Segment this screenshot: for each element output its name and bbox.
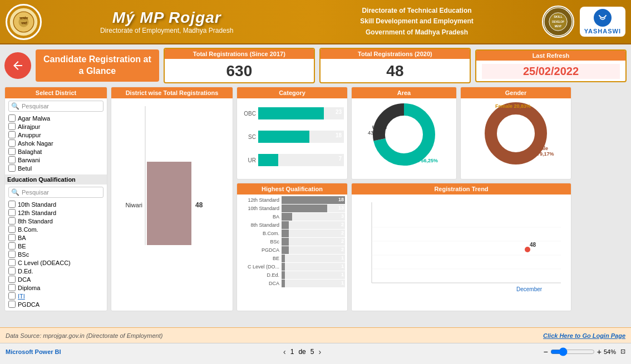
category-header: Category: [237, 87, 347, 98]
select-district-header: Select District: [5, 87, 107, 98]
district-search-icon: 🔍: [11, 102, 19, 110]
list-item[interactable]: 8th Standard: [8, 217, 103, 225]
next-page-button[interactable]: ›: [318, 347, 321, 356]
svg-text:Niwari: Niwari: [125, 202, 142, 208]
qual-header: Highest Qualification: [237, 183, 347, 195]
category-panel: Category OBC 23 SC: [236, 87, 348, 179]
zoom-out-button[interactable]: −: [544, 347, 548, 356]
trend-body: 48 December: [352, 195, 571, 303]
right-logos: SKILL DEVELOP MENT YASHASWI: [542, 6, 625, 38]
edu-search-icon: 🔍: [11, 188, 19, 196]
edu-search-box[interactable]: 🔍 Pesquisar: [8, 187, 103, 198]
stats-row: Candidate Registration at a Glance Total…: [4, 48, 627, 83]
total-since2017-label: Total Registrations (Since 2017): [165, 49, 314, 59]
list-item[interactable]: 10th Standard: [8, 200, 103, 208]
list-item[interactable]: PGDCA: [8, 300, 103, 308]
area-donut-chart: Urban 43,75% Rural 56,25%: [357, 100, 451, 169]
qual-bar-row: C Level (DO... 1: [239, 263, 345, 271]
fit-screen-button[interactable]: ⊡: [620, 348, 625, 355]
list-item[interactable]: Alirajpur: [8, 122, 103, 131]
page-title: Candidate Registration at a Glance: [36, 49, 159, 82]
list-item[interactable]: BE: [8, 242, 103, 250]
page-nav: ‹ 1 de 5 ›: [283, 347, 321, 356]
last-refresh-label: Last Refresh: [476, 51, 625, 61]
list-item[interactable]: C Level (DOEACC): [8, 258, 103, 267]
list-item[interactable]: Diploma: [8, 283, 103, 292]
qual-bar-row: PGDCA 2: [239, 246, 345, 254]
edu-list: 10th Standard 12th Standard 8th Standard…: [8, 200, 103, 308]
select-district-body: 🔍 Pesquisar Agar Malwa Alirajpur Anuppur…: [5, 98, 107, 311]
svg-text:DEVELOP: DEVELOP: [552, 21, 564, 23]
district-search-placeholder: Pesquisar: [22, 103, 49, 109]
powerbi-link[interactable]: Microsoft Power BI: [6, 348, 61, 355]
svg-rect-12: [147, 162, 191, 245]
trend-header: Registration Trend: [352, 183, 571, 195]
list-item[interactable]: Ashok Nagar: [8, 139, 103, 147]
total-since2017-value: 630: [170, 62, 308, 80]
zoom-slider[interactable]: [550, 347, 595, 356]
gender-header: Gender: [461, 87, 571, 98]
total-2020-value: 48: [326, 62, 464, 80]
list-item[interactable]: Agar Malwa: [8, 114, 103, 122]
back-button[interactable]: [4, 52, 31, 79]
district-list: Agar Malwa Alirajpur Anuppur Ashok Nagar…: [8, 114, 103, 172]
trend-chart: 48 December: [355, 197, 566, 300]
left-logo: सत्यमेव जयते: [6, 4, 42, 40]
footer-source: Data Source: mprojgar.gov.in (Directorat…: [6, 332, 162, 339]
category-bar-obc: OBC 23: [240, 107, 344, 119]
powerbi-bar: Microsoft Power BI ‹ 1 de 5 › − + 54% ⊡: [0, 343, 631, 360]
list-item[interactable]: Anuppur: [8, 131, 103, 139]
page-label: de: [298, 348, 305, 356]
zoom-in-button[interactable]: +: [597, 347, 602, 356]
edu-search-placeholder: Pesquisar: [22, 189, 49, 196]
svg-text:MENT: MENT: [554, 25, 561, 28]
list-item[interactable]: 12th Standard: [8, 208, 103, 217]
list-item[interactable]: Balaghat: [8, 147, 103, 156]
list-item[interactable]: BA: [8, 233, 103, 242]
zoom-level: 54%: [604, 348, 616, 355]
gender-body: Female 20,83% Male 79,17%: [461, 98, 571, 171]
qual-bar-row: D.Ed. 1: [239, 271, 345, 279]
last-refresh-box: Last Refresh 25/02/2022: [475, 49, 627, 82]
svg-text:48: 48: [530, 242, 536, 248]
list-item[interactable]: DCA: [8, 275, 103, 283]
district-bar-chart: Niwari 48: [115, 101, 226, 267]
prev-page-button[interactable]: ‹: [283, 347, 286, 356]
skill-logo: SKILL DEVELOP MENT: [542, 6, 574, 38]
govt-line3: Government of Madhya Pradesh: [292, 27, 541, 38]
list-item[interactable]: Barwani: [8, 156, 103, 164]
list-item[interactable]: Betul: [8, 164, 103, 172]
header-title: Mý MP Rojgar Directorate of Employment, …: [42, 9, 292, 34]
svg-text:December: December: [516, 286, 543, 292]
svg-text:Male: Male: [537, 146, 548, 151]
footer-login-link[interactable]: Click Here to Go Login Page: [543, 332, 625, 339]
svg-text:48: 48: [195, 201, 203, 209]
qual-bar-row: BA 3: [239, 213, 345, 221]
list-item[interactable]: BSc: [8, 250, 103, 258]
qual-bar-row: BE 1: [239, 255, 345, 262]
category-bar-sc: SC 18: [240, 131, 344, 143]
district-bar-panel: District wise Total Registrations Niwari…: [111, 87, 233, 311]
gender-donut-chart: Female 20,83% Male 79,17%: [465, 100, 568, 169]
qual-bars: 12th Standard 18 10th Standard 13 BA 3 8…: [239, 196, 345, 287]
total-since2017-box: Total Registrations (Since 2017) 630: [164, 48, 315, 83]
main-content: Candidate Registration at a Glance Total…: [0, 44, 631, 327]
area-header: Area: [352, 87, 456, 98]
govt-line1: Directorate of Technical Education: [292, 6, 541, 16]
district-search-box[interactable]: 🔍 Pesquisar: [8, 101, 103, 112]
qual-bar-row: 10th Standard 13: [239, 205, 345, 212]
page-current: 1: [290, 348, 294, 356]
footer: Data Source: mprojgar.gov.in (Directorat…: [0, 327, 631, 343]
list-item[interactable]: ITI: [8, 292, 103, 300]
svg-text:जयते: जयते: [21, 21, 27, 25]
qual-bar-row: 12th Standard 18: [239, 196, 345, 204]
total-2020-box: Total Registrations (2020) 48: [319, 48, 471, 83]
list-item[interactable]: B.Com.: [8, 225, 103, 233]
yashaswi-logo: YASHASWI: [580, 7, 625, 37]
total-2020-label: Total Registrations (2020): [321, 49, 470, 59]
list-item[interactable]: D.Ed.: [8, 267, 103, 275]
area-body: Urban 43,75% Rural 56,25%: [352, 98, 456, 171]
qual-panel: Highest Qualification 12th Standard 18 1…: [236, 183, 348, 312]
qual-bar-row: 8th Standard 2: [239, 221, 345, 229]
gender-panel: Gender Female 20,83% Male 79,17%: [460, 87, 571, 179]
